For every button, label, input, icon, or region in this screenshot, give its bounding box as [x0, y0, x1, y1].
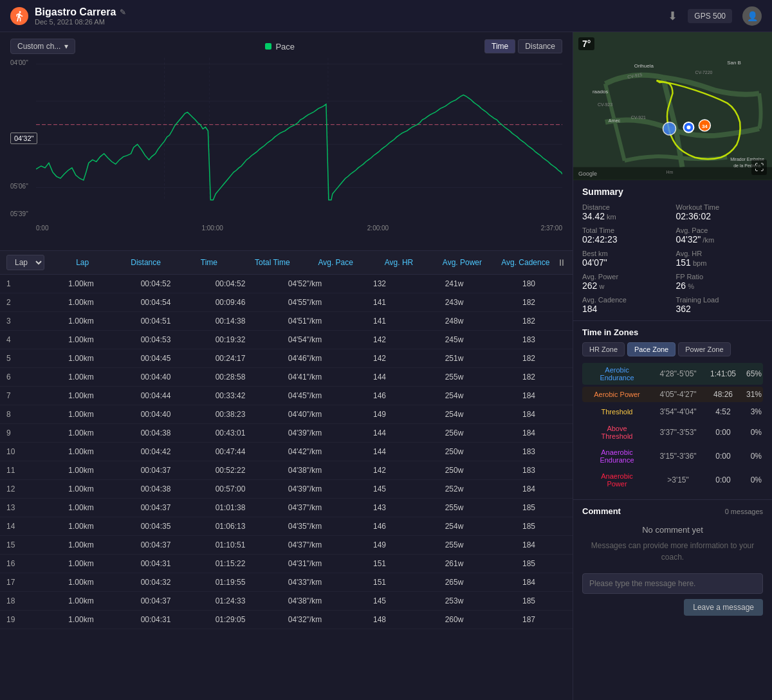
lap-pace: 04'52"/km [268, 279, 342, 288]
lap-num: 18 [6, 596, 44, 605]
zone-time: 0:00 [707, 475, 739, 484]
table-row[interactable]: 16 1.00km 00:04:31 01:15:22 04'31"/km 15… [0, 555, 573, 573]
lap-total: 00:09:46 [193, 298, 268, 307]
summary-value: 02:36:02 [676, 211, 764, 221]
table-row[interactable]: 14 1.00km 00:04:35 01:06:13 04'35"/km 14… [0, 517, 573, 536]
table-row[interactable]: 4 1.00km 00:04:53 00:19:32 04'54"/km 142… [0, 331, 573, 349]
summary-label: Training Load [676, 296, 764, 304]
lap-power: 255w [417, 540, 492, 549]
chart-svg [36, 58, 562, 212]
comment-header: Comment 0 messages [582, 506, 763, 516]
summary-value: 362 [676, 304, 764, 314]
lap-hr: 148 [342, 615, 417, 624]
download-icon[interactable]: ⬇ [668, 9, 677, 23]
table-row[interactable]: 1 1.00km 00:04:52 00:04:52 04'52"/km 132… [0, 275, 573, 293]
table-row[interactable]: 9 1.00km 00:04:38 00:43:01 04'39"/km 144… [0, 424, 573, 443]
summary-label: Best km [582, 250, 670, 257]
lap-hr: 145 [342, 596, 417, 605]
svg-text:CV-7220: CV-7220 [695, 70, 712, 75]
table-row[interactable]: 18 1.00km 00:04:37 01:24:33 04'38"/km 14… [0, 592, 573, 611]
pace-label-text: Pace [275, 42, 295, 51]
svg-rect-26 [573, 167, 772, 180]
zone-tab-power-zone[interactable]: Power Zone [678, 342, 730, 356]
col-total-time: Total Time [241, 258, 304, 267]
table-row[interactable]: 15 1.00km 00:04:37 01:10:51 04'37"/km 14… [0, 536, 573, 555]
table-row[interactable]: 3 1.00km 00:04:51 00:14:38 04'51"/km 141… [0, 312, 573, 331]
lap-total: 00:19:32 [193, 335, 268, 344]
zone-row-1: Aerobic Power 4'05"-4'27" 48:26 31% [582, 387, 763, 402]
lap-pace: 04'33"/km [268, 578, 342, 587]
lap-pace: 04'51"/km [268, 317, 342, 326]
table-row[interactable]: 19 1.00km 00:04:31 01:29:05 04'32"/km 14… [0, 611, 573, 629]
leave-message-button[interactable]: Leave a message [684, 599, 763, 616]
chart-type-dropdown[interactable]: Custom ch... ▾ [10, 39, 75, 54]
summary-item: Avg. Power 262 w [582, 273, 670, 291]
map-expand-button[interactable]: ⛶ [751, 160, 767, 175]
lap-distance: 1.00km [44, 447, 118, 456]
laps-header: Lap Lap Distance Time Total Time Avg. Pa… [0, 251, 573, 275]
time-button[interactable]: Time [484, 39, 515, 53]
lap-type-select[interactable]: Lap [6, 255, 44, 270]
zone-pct: 31% [739, 390, 762, 399]
lap-power: 245w [417, 335, 492, 344]
zones-section: Time in Zones HR ZonePace ZonePower Zone… [573, 321, 772, 500]
lap-power: 255w [417, 503, 492, 512]
lap-time: 00:04:37 [118, 596, 193, 605]
zone-tab-hr-zone[interactable]: HR Zone [582, 342, 625, 356]
table-row[interactable]: 7 1.00km 00:04:44 00:33:42 04'45"/km 146… [0, 387, 573, 405]
summary-value: 34.42 km [582, 211, 670, 221]
lap-time: 00:04:54 [118, 298, 193, 307]
right-panel: 34 Orihuela raados Arnec San B Mirador E… [573, 32, 772, 700]
lap-distance: 1.00km [44, 428, 118, 438]
svg-text:Google: Google [578, 170, 597, 177]
lap-num: 7 [6, 391, 44, 400]
lap-power: 253w [417, 596, 492, 605]
table-row[interactable]: 6 1.00km 00:04:40 00:28:58 04'41"/km 144… [0, 368, 573, 387]
table-row[interactable]: 2 1.00km 00:04:54 00:09:46 04'55"/km 141… [0, 293, 573, 312]
y-label-top: 04'00" [10, 59, 28, 66]
x-label-1hr: 1:00:00 [201, 225, 223, 232]
lap-time: 00:04:37 [118, 540, 193, 549]
distance-button[interactable]: Distance [518, 39, 562, 53]
table-row[interactable]: 13 1.00km 00:04:37 01:01:38 04'37"/km 14… [0, 499, 573, 517]
summary-label: Avg. Cadence [582, 296, 670, 304]
zone-tab-pace-zone[interactable]: Pace Zone [627, 342, 676, 356]
summary-section: Summary Distance 34.42 km Workout Time 0… [573, 180, 772, 321]
lap-time: 00:04:32 [118, 578, 193, 587]
svg-text:CV-921: CV-921 [631, 115, 646, 120]
lap-hr: 143 [342, 503, 417, 512]
table-row[interactable]: 12 1.00km 00:04:38 00:57:00 04'39"/km 14… [0, 480, 573, 499]
laps-table-body: 1 1.00km 00:04:52 00:04:52 04'52"/km 132… [0, 275, 573, 629]
table-row[interactable]: 17 1.00km 00:04:32 01:19:55 04'33"/km 15… [0, 573, 573, 592]
edit-icon[interactable]: ✎ [120, 8, 126, 17]
lap-hr: 151 [342, 578, 417, 587]
lap-cadence: 182 [492, 317, 566, 326]
svg-text:34: 34 [702, 124, 708, 129]
summary-label: Distance [582, 203, 670, 211]
user-avatar[interactable]: 👤 [742, 6, 762, 26]
comment-hint: Messages can provide more information to… [582, 540, 763, 563]
comment-input[interactable] [582, 573, 763, 594]
zone-pct: 0% [739, 452, 762, 461]
lap-time: 00:04:38 [118, 484, 193, 493]
table-row[interactable]: 10 1.00km 00:04:42 00:47:44 04'42"/km 14… [0, 443, 573, 461]
app-logo [10, 7, 28, 25]
col-avg-cadence: Avg. Cadence [494, 258, 557, 267]
lap-num: 2 [6, 298, 44, 307]
pace-threshold-marker: 04'32" [10, 133, 37, 144]
chart-area: Custom ch... ▾ Pace Time Distance 04'00"… [0, 32, 573, 251]
summary-label: Avg. Pace [676, 226, 764, 234]
lap-cadence: 184 [492, 391, 566, 400]
lap-num: 9 [6, 428, 44, 438]
lap-time: 00:04:52 [118, 279, 193, 288]
table-row[interactable]: 11 1.00km 00:04:37 00:52:22 04'38"/km 14… [0, 461, 573, 480]
lap-cadence: 185 [492, 596, 566, 605]
summary-grid: Distance 34.42 km Workout Time 02:36:02 … [582, 203, 763, 314]
col-lap: Lap [51, 258, 114, 267]
table-row[interactable]: 5 1.00km 00:04:45 00:24:17 04'46"/km 142… [0, 349, 573, 368]
lap-total: 01:06:13 [193, 522, 268, 531]
summary-title: Summary [582, 187, 763, 197]
summary-value: 262 w [582, 281, 670, 291]
table-row[interactable]: 8 1.00km 00:04:40 00:38:23 04'40"/km 149… [0, 405, 573, 424]
lap-distance: 1.00km [44, 335, 118, 344]
